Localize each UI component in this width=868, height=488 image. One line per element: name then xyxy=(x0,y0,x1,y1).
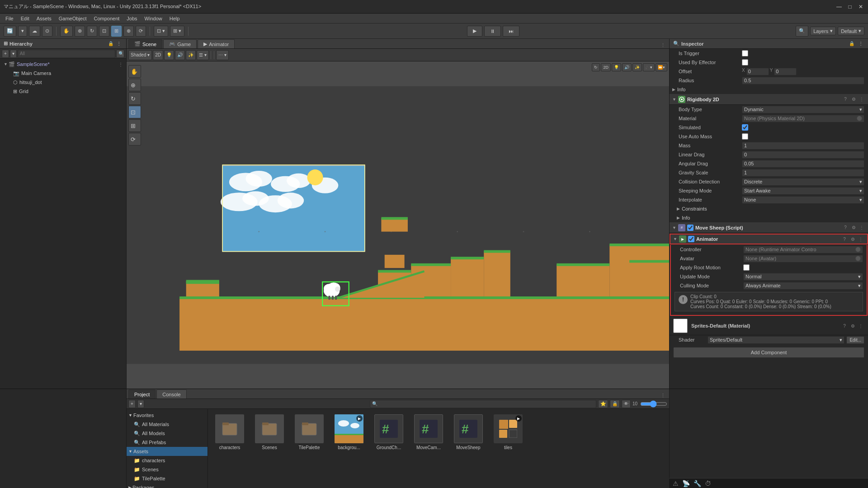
radius-input[interactable] xyxy=(742,77,864,84)
material-help-btn[interactable]: ? xyxy=(841,322,848,329)
tree-item-samplescene[interactable]: ▼ 🎬 SampleScene* ⋮ xyxy=(0,60,126,69)
gizmo-rotate-btn[interactable]: ↻ xyxy=(592,63,600,71)
tree-all-materials[interactable]: 🔍 All Materials xyxy=(127,420,208,429)
gizmo-fx-btn[interactable]: ✨ xyxy=(632,63,642,71)
menu-window[interactable]: Window xyxy=(141,15,166,22)
layers-dropdown[interactable]: Layers ▾ xyxy=(810,27,836,35)
project-tab-overflow-icon[interactable]: ⋮ xyxy=(659,393,667,399)
asset-background[interactable]: ▶ backgrou... xyxy=(331,413,367,452)
sleeping-mode-dropdown[interactable]: Start Awake ▾ xyxy=(742,187,864,195)
scene-tool-lighting-btn[interactable]: 💡 xyxy=(164,50,174,60)
update-mode-dropdown[interactable]: Normal ▾ xyxy=(743,273,863,281)
tree-item-hitsuji[interactable]: ▶ ⬡ hitsuji_dot xyxy=(0,78,126,87)
tree-scenes[interactable]: 📁 Scenes xyxy=(127,465,208,474)
offset-y-input[interactable] xyxy=(774,68,797,75)
default-dropdown[interactable]: Default ▾ xyxy=(838,27,864,35)
project-search-input[interactable] xyxy=(370,400,596,408)
asset-groundch[interactable]: # GroundCh... xyxy=(371,413,407,452)
scene-tool-gizmos-btn[interactable]: ☰ ▾ xyxy=(197,50,209,60)
collision-detection-dropdown[interactable]: Discrete ▾ xyxy=(742,178,864,186)
toolbar-cloud-btn[interactable]: ☁ xyxy=(29,26,40,37)
scene-tool-more-btn[interactable]: ⋯ ▾ xyxy=(216,50,229,60)
is-trigger-checkbox[interactable] xyxy=(742,50,748,56)
apply-root-motion-checkbox[interactable] xyxy=(743,264,750,271)
rigidbody2d-settings-btn[interactable]: ⚙ xyxy=(850,96,857,103)
asset-movecam[interactable]: # MoveCam... xyxy=(410,413,447,452)
asset-characters[interactable]: characters xyxy=(212,413,248,452)
culling-mode-dropdown[interactable]: Always Animate ▾ xyxy=(743,282,863,290)
animator-help-btn[interactable]: ? xyxy=(841,235,848,243)
animator-enabled-checkbox[interactable] xyxy=(688,236,694,242)
interpolate-dropdown[interactable]: None ▾ xyxy=(742,196,864,204)
tree-packages[interactable]: ▶ Packages xyxy=(127,483,208,488)
inspector-lock-icon[interactable]: 🔒 xyxy=(848,40,855,47)
samplescene-arrow-icon[interactable]: ▼ xyxy=(4,62,8,66)
left-tool-scale[interactable]: ⊞ xyxy=(128,119,141,132)
toolbar-move-btn[interactable]: ✋ xyxy=(60,26,73,37)
left-tool-pan[interactable]: ✋ xyxy=(128,65,141,78)
tree-assets[interactable]: ▼ Assets xyxy=(127,447,208,456)
toolbar-pivot-center-btn[interactable]: ⊡ ▾ xyxy=(154,26,168,37)
toolbar-pivot-local-btn[interactable]: ⊞ ▾ xyxy=(170,26,184,37)
material-settings-btn[interactable]: ⚙ xyxy=(849,322,856,329)
maximize-button[interactable]: □ xyxy=(846,3,854,10)
status-icon-4[interactable]: ⏱ xyxy=(705,480,711,487)
hierarchy-lock-icon[interactable]: 🔒 xyxy=(107,40,114,47)
project-add-btn[interactable]: + xyxy=(128,400,136,408)
toolbar-rect-btn[interactable]: ⊞ xyxy=(111,26,122,37)
zoom-slider[interactable] xyxy=(640,400,667,408)
scene-tool-fx-btn[interactable]: ✨ xyxy=(186,50,196,60)
project-star-btn[interactable]: ⭐ xyxy=(598,400,608,408)
movesheep-help-btn[interactable]: ? xyxy=(842,224,849,231)
rigidbody2d-help-btn[interactable]: ? xyxy=(842,96,849,103)
animator-header[interactable]: ▼ ▶ Animator ? ⚙ ⋮ xyxy=(670,234,868,244)
menu-gameobject[interactable]: GameObject xyxy=(55,15,90,22)
gizmo-misc-btn[interactable]: ⏩▾ xyxy=(656,63,667,71)
constraints-foldout[interactable]: ▶ Constraints xyxy=(670,204,868,213)
rigidbody2d-header[interactable]: ▼ Rigidbody 2D ? ⚙ ⋮ xyxy=(670,94,868,105)
scene-view[interactable]: ↻ 2D 💡 🔊 ✨ 🎥▾ ⏩▾ ✋ ⊕ ↻ ⊡ ⊞ ⟳ xyxy=(127,61,669,389)
toolbar-translate-btn[interactable]: ⊕ xyxy=(75,26,85,37)
menu-help[interactable]: Help xyxy=(166,15,184,22)
inspector-menu-icon[interactable]: ⋮ xyxy=(857,40,864,47)
left-tool-move[interactable]: ⊕ xyxy=(128,79,141,91)
hierarchy-dropdown-btn[interactable]: ▾ xyxy=(10,50,17,58)
hierarchy-search-input[interactable] xyxy=(18,50,115,58)
used-by-effector-checkbox[interactable] xyxy=(742,59,748,66)
linear-drag-input[interactable] xyxy=(742,151,864,159)
body-type-dropdown[interactable]: Dynamic ▾ xyxy=(742,106,864,113)
asset-movesheep[interactable]: # MoveSheep xyxy=(450,413,486,452)
menu-jobs[interactable]: Jobs xyxy=(123,15,141,22)
menu-edit[interactable]: Edit xyxy=(17,15,33,22)
tree-all-models[interactable]: 🔍 All Models xyxy=(127,429,208,438)
tree-item-maincamera[interactable]: ▶ 📷 Main Camera xyxy=(0,69,126,78)
mass-input[interactable] xyxy=(742,142,864,150)
left-tool-custom[interactable]: ⟳ xyxy=(128,133,141,145)
movesheep-enabled-checkbox[interactable] xyxy=(687,225,693,231)
gravity-scale-input[interactable] xyxy=(742,169,864,177)
gizmo-light-btn[interactable]: 💡 xyxy=(612,63,621,71)
left-tool-rect[interactable]: ⊡ xyxy=(128,106,141,118)
gizmo-audio-btn[interactable]: 🔊 xyxy=(622,63,632,71)
toolbar-collab-btn[interactable]: ⊙ xyxy=(42,26,52,37)
simulated-checkbox[interactable] xyxy=(742,124,748,131)
asset-tilepalette[interactable]: TilePalette xyxy=(291,413,327,452)
menu-file[interactable]: File xyxy=(2,15,17,22)
status-icon-1[interactable]: ⚠ xyxy=(673,480,679,487)
scene-tool-shaded-btn[interactable]: Shaded ▾ xyxy=(128,50,152,60)
tab-project[interactable]: Project xyxy=(128,389,156,399)
step-button[interactable]: ⏭ xyxy=(503,26,519,37)
play-button[interactable]: ▶ xyxy=(467,26,482,37)
hierarchy-add-btn[interactable]: + xyxy=(2,50,9,58)
close-button[interactable]: ✕ xyxy=(857,3,864,10)
angular-drag-input[interactable] xyxy=(742,160,864,168)
avatar-dot-icon[interactable] xyxy=(855,256,861,261)
hierarchy-menu-icon[interactable]: ⋮ xyxy=(115,40,123,47)
shader-edit-btn[interactable]: Edit... xyxy=(846,336,864,344)
project-lock-btn[interactable]: 🔒 xyxy=(610,400,620,408)
tree-characters[interactable]: 📁 characters xyxy=(127,456,208,465)
toolbar-history-btn[interactable]: 🔄 xyxy=(4,26,16,37)
animator-menu-btn[interactable]: ⋮ xyxy=(857,235,864,243)
gizmo-camera-btn[interactable]: 🎥▾ xyxy=(643,63,655,71)
material-menu-btn[interactable]: ⋮ xyxy=(857,322,864,329)
